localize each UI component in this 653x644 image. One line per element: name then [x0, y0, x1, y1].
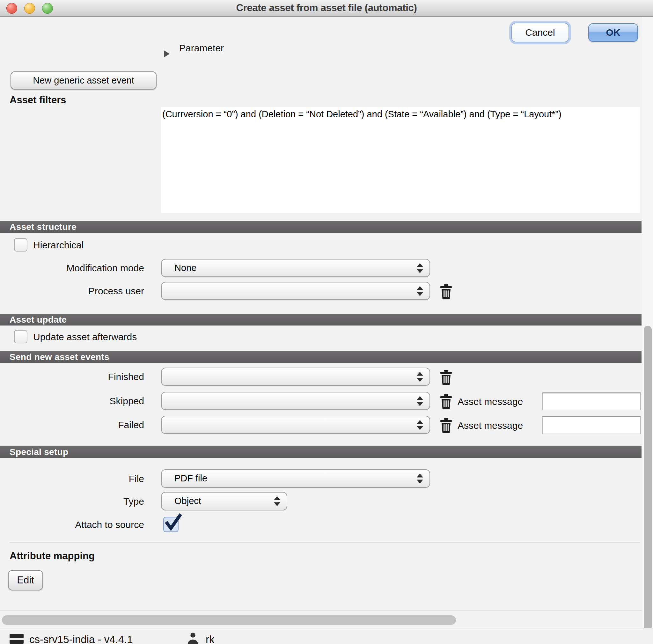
dialog-window: Create asset from asset file (automatic)… — [0, 0, 653, 644]
hierarchical-label: Hierarchical — [33, 240, 83, 251]
update-asset-afterwards-label: Update asset afterwards — [33, 331, 137, 342]
asset-filter-text: (Currversion = “0”) and (Deletion = “Not… — [161, 107, 640, 120]
stepper-icon — [417, 420, 423, 430]
skipped-event-dropdown[interactable] — [161, 392, 430, 410]
trash-icon[interactable] — [439, 370, 453, 385]
asset-filter-textarea[interactable]: (Currversion = “0”) and (Deletion = “Not… — [161, 107, 640, 213]
section-header-asset-update: Asset update — [0, 314, 642, 325]
dropdown-value: PDF file — [174, 470, 207, 487]
divider — [0, 610, 653, 611]
checkmark-icon — [163, 512, 183, 532]
stepper-icon — [274, 496, 280, 506]
modification-mode-label: Modification mode — [0, 263, 144, 274]
section-header-special-setup: Special setup — [0, 446, 642, 458]
asset-filters-label: Asset filters — [9, 94, 66, 106]
asset-message-label: Asset message — [458, 420, 523, 431]
horizontal-scrollbar-thumb[interactable] — [2, 615, 456, 625]
trash-icon[interactable] — [439, 418, 453, 433]
finished-event-dropdown[interactable] — [161, 368, 430, 386]
finished-label: Finished — [0, 371, 144, 382]
process-user-label: Process user — [0, 286, 144, 297]
titlebar: Create asset from asset file (automatic) — [0, 0, 653, 17]
vertical-scrollbar-thumb[interactable] — [644, 326, 652, 630]
stepper-icon — [417, 474, 423, 484]
section-header-asset-structure: Asset structure — [0, 221, 642, 233]
trash-icon[interactable] — [439, 394, 453, 410]
user-label: rk — [205, 634, 215, 644]
parameter-label: Parameter — [179, 45, 262, 54]
skipped-label: Skipped — [0, 396, 144, 406]
server-label: cs-srv15-india - v4.4.1 — [29, 634, 133, 644]
update-asset-afterwards-checkbox[interactable] — [14, 330, 27, 343]
stepper-icon — [417, 396, 423, 406]
asset-message-label: Asset message — [458, 396, 523, 407]
trash-icon[interactable] — [439, 284, 453, 299]
edit-button[interactable]: Edit — [8, 570, 43, 590]
stepper-icon — [417, 286, 423, 296]
type-label: Type — [0, 496, 144, 507]
type-dropdown[interactable]: Object — [161, 492, 287, 511]
failed-event-dropdown[interactable] — [161, 416, 430, 434]
file-label: File — [0, 473, 144, 484]
user-icon — [187, 631, 199, 644]
dropdown-value: None — [174, 259, 196, 276]
disclosure-triangle-icon[interactable] — [164, 50, 170, 57]
attribute-mapping-label: Attribute mapping — [9, 550, 95, 562]
attach-to-source-checkbox[interactable] — [163, 517, 178, 532]
file-dropdown[interactable]: PDF file — [161, 469, 430, 488]
asset-message-input[interactable] — [542, 416, 641, 434]
stepper-icon — [417, 263, 423, 273]
cancel-button[interactable]: Cancel — [511, 23, 569, 42]
hierarchical-checkbox[interactable] — [14, 238, 27, 251]
attach-to-source-label: Attach to source — [0, 519, 144, 530]
new-generic-asset-event-button[interactable]: New generic asset event — [10, 71, 156, 90]
ok-button[interactable]: OK — [588, 23, 638, 42]
modification-mode-dropdown[interactable]: None — [161, 259, 430, 277]
process-user-dropdown[interactable] — [161, 282, 430, 300]
section-header-send-new-asset-events: Send new asset events — [0, 351, 642, 363]
window-title: Create asset from asset file (automatic) — [0, 0, 653, 16]
divider — [9, 542, 640, 543]
failed-label: Failed — [0, 420, 144, 430]
stepper-icon — [417, 372, 423, 381]
asset-message-input[interactable] — [542, 393, 641, 410]
dropdown-value: Object — [174, 493, 201, 510]
parameter-row: Parameter — [179, 45, 262, 58]
status-bar: cs-srv15-india - v4.4.1 rk — [0, 628, 653, 644]
